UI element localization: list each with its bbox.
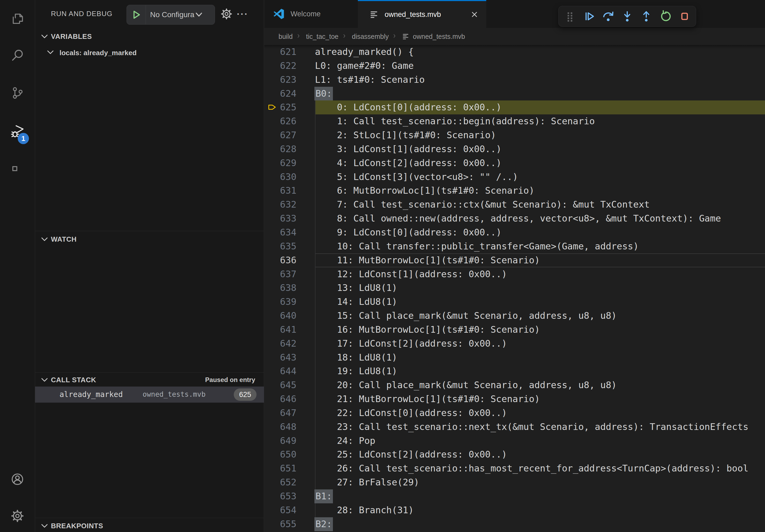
code-line-637[interactable]: 637 12: LdConst[1](address: 0x00..)	[264, 267, 765, 281]
code-line-627[interactable]: 627 2: StLoc[1](ts#1#0: Scenario)	[264, 128, 765, 142]
variables-section-header[interactable]: VARIABLES	[35, 30, 264, 43]
code-line-655[interactable]: 655B2:	[264, 517, 765, 531]
code-line-650[interactable]: 650 25: LdConst[2](address: 0x00..)	[264, 448, 765, 461]
code-line-653[interactable]: 653B1:	[264, 489, 765, 503]
step-over-button[interactable]	[600, 9, 616, 24]
code-line-652[interactable]: 652 27: BrFalse(29)	[264, 475, 765, 489]
code-line-639[interactable]: 639 14: LdU8(1)	[264, 295, 765, 309]
code-line-647[interactable]: 647 22: LdConst[0](address: 0x00..)	[264, 406, 765, 420]
gutter[interactable]: 633	[264, 212, 315, 226]
code-line-631[interactable]: 631 6: MutBorrowLoc[1](ts#1#0: Scenario)	[264, 184, 765, 198]
close-icon[interactable]	[468, 9, 480, 20]
call-stack-frame-row[interactable]: already_marked owned_tests.mvb 625	[35, 387, 264, 402]
activity-item-search[interactable]	[0, 41, 35, 69]
breadcrumb-item-tic-tac-toe[interactable]: tic_tac_toe	[306, 33, 339, 40]
gutter[interactable]: 650	[264, 448, 315, 461]
restart-button[interactable]	[658, 9, 673, 24]
tab-owned-tests-mvb[interactable]: owned_tests.mvb	[358, 0, 486, 28]
gutter[interactable]: 654	[264, 503, 315, 517]
code-line-623[interactable]: 623L1: ts#1#0: Scenario	[264, 73, 765, 87]
gutter[interactable]: 649	[264, 434, 315, 448]
code-line-624[interactable]: 624B0:	[264, 87, 765, 101]
code-line-625[interactable]: 625 0: LdConst[0](address: 0x00..)	[264, 101, 765, 115]
call-stack-section-header[interactable]: CALL STACK Paused on entry	[35, 373, 264, 387]
activity-item-explorer[interactable]	[0, 5, 35, 33]
activity-item-source-control[interactable]	[0, 79, 35, 107]
code-line-630[interactable]: 630 5: LdConst[3](vector<u8>: "" /..)	[264, 170, 765, 184]
gutter[interactable]: 630	[264, 170, 315, 184]
code-line-651[interactable]: 651 26: Call test_scenario::has_most_rec…	[264, 461, 765, 475]
code-line-642[interactable]: 642 17: LdConst[2](address: 0x00..)	[264, 337, 765, 351]
code-line-640[interactable]: 640 15: Call place_mark(&mut Scenario, a…	[264, 309, 765, 323]
step-into-button[interactable]	[619, 9, 635, 24]
gutter[interactable]: 647	[264, 406, 315, 420]
activity-item-extensions[interactable]	[0, 154, 35, 182]
gutter[interactable]: 624	[264, 87, 315, 101]
gutter[interactable]: 638	[264, 281, 315, 295]
gutter[interactable]: 625	[264, 101, 315, 115]
variables-scope-locals[interactable]: locals: already_marked	[35, 46, 264, 60]
code-line-629[interactable]: 629 4: LdConst[2](address: 0x00..)	[264, 156, 765, 170]
breadcrumb-item-owned-tests-mvb[interactable]: owned_tests.mvb	[413, 33, 465, 40]
code-line-633[interactable]: 633 8: Call owned::new(address, address,…	[264, 212, 765, 226]
code-line-632[interactable]: 632 7: Call test_scenario::ctx(&mut Scen…	[264, 198, 765, 212]
gutter[interactable]: 636	[264, 253, 315, 267]
code-line-645[interactable]: 645 20: Call place_mark(&mut Scenario, a…	[264, 378, 765, 392]
gutter[interactable]: 621	[264, 45, 315, 59]
code-line-636[interactable]: 636 11: MutBorrowLoc[1](ts#1#0: Scenario…	[264, 253, 765, 267]
code-line-634[interactable]: 634 9: LdConst[0](address: 0x00..)	[264, 226, 765, 239]
gutter[interactable]: 622	[264, 59, 315, 73]
gutter[interactable]: 631	[264, 184, 315, 198]
continue-button[interactable]	[581, 9, 597, 24]
code-line-646[interactable]: 646 21: MutBorrowLoc[1](ts#1#0: Scenario…	[264, 392, 765, 406]
code-line-638[interactable]: 638 13: LdU8(1)	[264, 281, 765, 295]
breadcrumb-item-build[interactable]: build	[279, 33, 293, 40]
gutter[interactable]: 623	[264, 73, 315, 87]
code-line-626[interactable]: 626 1: Call test_scenario::begin(address…	[264, 115, 765, 128]
gutter[interactable]: 634	[264, 226, 315, 239]
gutter[interactable]: 646	[264, 392, 315, 406]
code-line-648[interactable]: 648 23: Call test_scenario::next_tx(&mut…	[264, 420, 765, 434]
gutter[interactable]: 640	[264, 309, 315, 323]
gutter[interactable]: 628	[264, 142, 315, 156]
drag-handle[interactable]	[562, 9, 578, 24]
gutter[interactable]: 629	[264, 156, 315, 170]
gutter[interactable]: 645	[264, 378, 315, 392]
gutter[interactable]: 626	[264, 115, 315, 128]
gutter[interactable]: 653	[264, 489, 315, 503]
step-out-button[interactable]	[638, 9, 654, 24]
gutter[interactable]: 627	[264, 128, 315, 142]
activity-item-settings[interactable]	[0, 502, 35, 530]
debug-settings-gear-icon[interactable]	[220, 7, 234, 21]
gutter[interactable]: 644	[264, 364, 315, 378]
gutter[interactable]: 642	[264, 337, 315, 351]
stop-button[interactable]	[677, 9, 692, 24]
gutter[interactable]: 635	[264, 239, 315, 253]
code-line-649[interactable]: 649 24: Pop	[264, 434, 765, 448]
code-line-622[interactable]: 622L0: game#2#0: Game	[264, 59, 765, 73]
gutter[interactable]: 632	[264, 198, 315, 212]
gutter[interactable]: 655	[264, 517, 315, 531]
gutter[interactable]: 643	[264, 351, 315, 365]
gutter[interactable]: 641	[264, 323, 315, 337]
code-line-643[interactable]: 643 18: LdU8(1)	[264, 351, 765, 365]
tab-welcome[interactable]: Welcome	[264, 0, 358, 28]
breakpoints-section-header[interactable]: BREAKPOINTS	[35, 519, 264, 532]
code-editor[interactable]: 621already_marked() {622L0: game#2#0: Ga…	[264, 45, 765, 532]
gutter[interactable]: 652	[264, 475, 315, 489]
activity-item-run-and-debug[interactable]: 1	[0, 117, 35, 145]
breadcrumb-item-disassembly[interactable]: disassembly	[352, 33, 389, 40]
code-line-628[interactable]: 628 3: LdConst[1](address: 0x00..)	[264, 142, 765, 156]
code-line-641[interactable]: 641 16: MutBorrowLoc[1](ts#1#0: Scenario…	[264, 323, 765, 337]
start-debugging-icon[interactable]	[133, 10, 141, 19]
gutter[interactable]: 639	[264, 295, 315, 309]
gutter[interactable]: 637	[264, 267, 315, 281]
code-line-635[interactable]: 635 10: Call transfer::public_transfer<G…	[264, 239, 765, 253]
views-more-actions-icon[interactable]: ···	[236, 7, 250, 21]
code-line-621[interactable]: 621already_marked() {	[264, 45, 765, 59]
code-line-644[interactable]: 644 19: LdU8(1)	[264, 364, 765, 378]
watch-section-header[interactable]: WATCH	[35, 232, 264, 246]
launch-configuration-dropdown[interactable]: No Configura	[127, 5, 215, 25]
activity-item-account[interactable]	[0, 465, 35, 493]
code-line-654[interactable]: 654 28: Branch(31)	[264, 503, 765, 517]
